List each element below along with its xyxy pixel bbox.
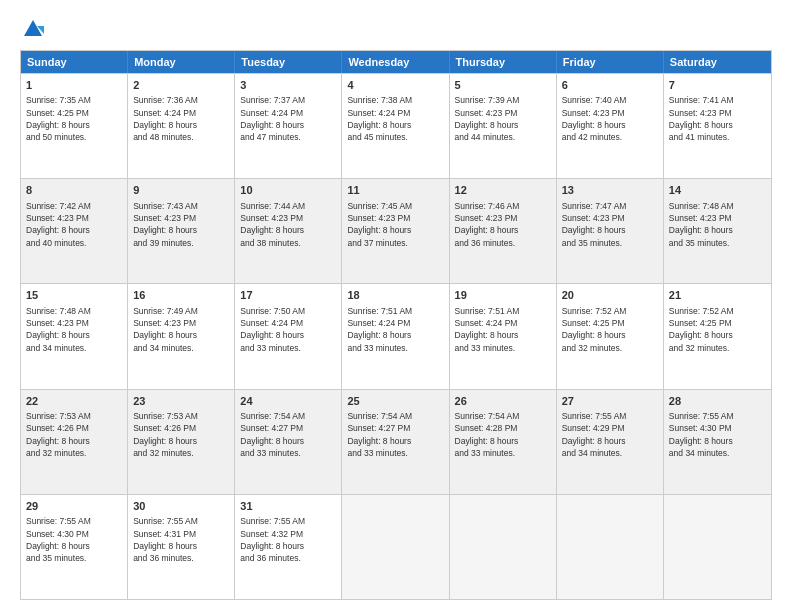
cell-info: Sunrise: 7:44 AMSunset: 4:23 PMDaylight:…	[240, 200, 336, 249]
calendar-cell	[557, 495, 664, 599]
header	[20, 18, 772, 40]
day-number: 30	[133, 499, 229, 514]
calendar-cell: 31Sunrise: 7:55 AMSunset: 4:32 PMDayligh…	[235, 495, 342, 599]
cell-info: Sunrise: 7:55 AMSunset: 4:29 PMDaylight:…	[562, 410, 658, 459]
cell-info: Sunrise: 7:55 AMSunset: 4:30 PMDaylight:…	[26, 515, 122, 564]
cell-info: Sunrise: 7:54 AMSunset: 4:28 PMDaylight:…	[455, 410, 551, 459]
header-day-wednesday: Wednesday	[342, 51, 449, 73]
day-number: 19	[455, 288, 551, 303]
calendar-cell: 5Sunrise: 7:39 AMSunset: 4:23 PMDaylight…	[450, 74, 557, 178]
calendar-cell: 23Sunrise: 7:53 AMSunset: 4:26 PMDayligh…	[128, 390, 235, 494]
calendar-cell: 15Sunrise: 7:48 AMSunset: 4:23 PMDayligh…	[21, 284, 128, 388]
calendar-cell: 12Sunrise: 7:46 AMSunset: 4:23 PMDayligh…	[450, 179, 557, 283]
cell-info: Sunrise: 7:39 AMSunset: 4:23 PMDaylight:…	[455, 94, 551, 143]
logo-icon	[22, 18, 44, 40]
day-number: 15	[26, 288, 122, 303]
calendar-cell: 4Sunrise: 7:38 AMSunset: 4:24 PMDaylight…	[342, 74, 449, 178]
header-day-tuesday: Tuesday	[235, 51, 342, 73]
cell-info: Sunrise: 7:55 AMSunset: 4:32 PMDaylight:…	[240, 515, 336, 564]
day-number: 31	[240, 499, 336, 514]
calendar-row-1: 8Sunrise: 7:42 AMSunset: 4:23 PMDaylight…	[21, 178, 771, 283]
day-number: 18	[347, 288, 443, 303]
cell-info: Sunrise: 7:55 AMSunset: 4:30 PMDaylight:…	[669, 410, 766, 459]
cell-info: Sunrise: 7:46 AMSunset: 4:23 PMDaylight:…	[455, 200, 551, 249]
day-number: 17	[240, 288, 336, 303]
header-day-monday: Monday	[128, 51, 235, 73]
cell-info: Sunrise: 7:47 AMSunset: 4:23 PMDaylight:…	[562, 200, 658, 249]
cell-info: Sunrise: 7:51 AMSunset: 4:24 PMDaylight:…	[455, 305, 551, 354]
day-number: 27	[562, 394, 658, 409]
calendar-cell: 1Sunrise: 7:35 AMSunset: 4:25 PMDaylight…	[21, 74, 128, 178]
logo	[20, 18, 44, 40]
calendar-cell: 24Sunrise: 7:54 AMSunset: 4:27 PMDayligh…	[235, 390, 342, 494]
day-number: 16	[133, 288, 229, 303]
day-number: 12	[455, 183, 551, 198]
day-number: 4	[347, 78, 443, 93]
calendar-header: SundayMondayTuesdayWednesdayThursdayFrid…	[21, 51, 771, 73]
cell-info: Sunrise: 7:52 AMSunset: 4:25 PMDaylight:…	[562, 305, 658, 354]
calendar-cell: 3Sunrise: 7:37 AMSunset: 4:24 PMDaylight…	[235, 74, 342, 178]
cell-info: Sunrise: 7:52 AMSunset: 4:25 PMDaylight:…	[669, 305, 766, 354]
calendar-body: 1Sunrise: 7:35 AMSunset: 4:25 PMDaylight…	[21, 73, 771, 599]
day-number: 21	[669, 288, 766, 303]
cell-info: Sunrise: 7:50 AMSunset: 4:24 PMDaylight:…	[240, 305, 336, 354]
header-day-saturday: Saturday	[664, 51, 771, 73]
day-number: 22	[26, 394, 122, 409]
cell-info: Sunrise: 7:48 AMSunset: 4:23 PMDaylight:…	[669, 200, 766, 249]
calendar-cell: 11Sunrise: 7:45 AMSunset: 4:23 PMDayligh…	[342, 179, 449, 283]
day-number: 9	[133, 183, 229, 198]
cell-info: Sunrise: 7:38 AMSunset: 4:24 PMDaylight:…	[347, 94, 443, 143]
cell-info: Sunrise: 7:53 AMSunset: 4:26 PMDaylight:…	[133, 410, 229, 459]
calendar-cell	[664, 495, 771, 599]
cell-info: Sunrise: 7:36 AMSunset: 4:24 PMDaylight:…	[133, 94, 229, 143]
calendar-row-3: 22Sunrise: 7:53 AMSunset: 4:26 PMDayligh…	[21, 389, 771, 494]
calendar-cell: 8Sunrise: 7:42 AMSunset: 4:23 PMDaylight…	[21, 179, 128, 283]
calendar-cell: 21Sunrise: 7:52 AMSunset: 4:25 PMDayligh…	[664, 284, 771, 388]
day-number: 5	[455, 78, 551, 93]
calendar-cell: 27Sunrise: 7:55 AMSunset: 4:29 PMDayligh…	[557, 390, 664, 494]
cell-info: Sunrise: 7:45 AMSunset: 4:23 PMDaylight:…	[347, 200, 443, 249]
day-number: 13	[562, 183, 658, 198]
day-number: 24	[240, 394, 336, 409]
calendar-cell: 10Sunrise: 7:44 AMSunset: 4:23 PMDayligh…	[235, 179, 342, 283]
cell-info: Sunrise: 7:40 AMSunset: 4:23 PMDaylight:…	[562, 94, 658, 143]
header-day-thursday: Thursday	[450, 51, 557, 73]
day-number: 23	[133, 394, 229, 409]
cell-info: Sunrise: 7:37 AMSunset: 4:24 PMDaylight:…	[240, 94, 336, 143]
calendar-row-4: 29Sunrise: 7:55 AMSunset: 4:30 PMDayligh…	[21, 494, 771, 599]
cell-info: Sunrise: 7:49 AMSunset: 4:23 PMDaylight:…	[133, 305, 229, 354]
cell-info: Sunrise: 7:54 AMSunset: 4:27 PMDaylight:…	[240, 410, 336, 459]
day-number: 6	[562, 78, 658, 93]
calendar-cell: 28Sunrise: 7:55 AMSunset: 4:30 PMDayligh…	[664, 390, 771, 494]
day-number: 26	[455, 394, 551, 409]
day-number: 11	[347, 183, 443, 198]
page: SundayMondayTuesdayWednesdayThursdayFrid…	[0, 0, 792, 612]
header-day-sunday: Sunday	[21, 51, 128, 73]
cell-info: Sunrise: 7:54 AMSunset: 4:27 PMDaylight:…	[347, 410, 443, 459]
header-day-friday: Friday	[557, 51, 664, 73]
day-number: 29	[26, 499, 122, 514]
calendar-cell: 14Sunrise: 7:48 AMSunset: 4:23 PMDayligh…	[664, 179, 771, 283]
cell-info: Sunrise: 7:41 AMSunset: 4:23 PMDaylight:…	[669, 94, 766, 143]
calendar-cell	[342, 495, 449, 599]
cell-info: Sunrise: 7:48 AMSunset: 4:23 PMDaylight:…	[26, 305, 122, 354]
calendar-cell: 9Sunrise: 7:43 AMSunset: 4:23 PMDaylight…	[128, 179, 235, 283]
calendar-cell	[450, 495, 557, 599]
calendar-cell: 29Sunrise: 7:55 AMSunset: 4:30 PMDayligh…	[21, 495, 128, 599]
cell-info: Sunrise: 7:42 AMSunset: 4:23 PMDaylight:…	[26, 200, 122, 249]
calendar-row-0: 1Sunrise: 7:35 AMSunset: 4:25 PMDaylight…	[21, 73, 771, 178]
day-number: 1	[26, 78, 122, 93]
calendar-cell: 26Sunrise: 7:54 AMSunset: 4:28 PMDayligh…	[450, 390, 557, 494]
calendar-row-2: 15Sunrise: 7:48 AMSunset: 4:23 PMDayligh…	[21, 283, 771, 388]
calendar-cell: 25Sunrise: 7:54 AMSunset: 4:27 PMDayligh…	[342, 390, 449, 494]
calendar-cell: 22Sunrise: 7:53 AMSunset: 4:26 PMDayligh…	[21, 390, 128, 494]
calendar-cell: 16Sunrise: 7:49 AMSunset: 4:23 PMDayligh…	[128, 284, 235, 388]
day-number: 28	[669, 394, 766, 409]
day-number: 25	[347, 394, 443, 409]
cell-info: Sunrise: 7:35 AMSunset: 4:25 PMDaylight:…	[26, 94, 122, 143]
calendar-cell: 6Sunrise: 7:40 AMSunset: 4:23 PMDaylight…	[557, 74, 664, 178]
calendar-cell: 2Sunrise: 7:36 AMSunset: 4:24 PMDaylight…	[128, 74, 235, 178]
day-number: 7	[669, 78, 766, 93]
calendar-cell: 19Sunrise: 7:51 AMSunset: 4:24 PMDayligh…	[450, 284, 557, 388]
cell-info: Sunrise: 7:55 AMSunset: 4:31 PMDaylight:…	[133, 515, 229, 564]
